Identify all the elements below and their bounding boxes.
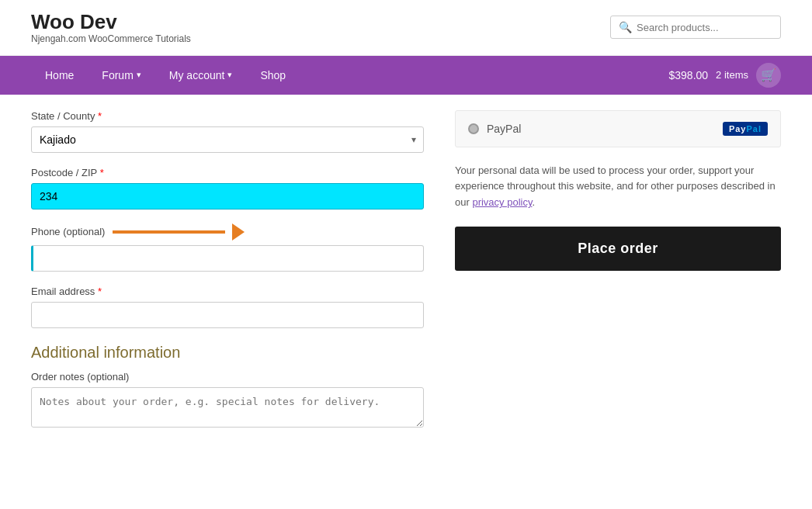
state-select-wrap[interactable]: Kajiado ▾ xyxy=(31,126,424,153)
orange-arrow-indicator xyxy=(113,223,245,241)
main-nav: Home Forum ▾ My account ▾ Shop $398.00 2… xyxy=(0,56,812,95)
paypal-radio[interactable] xyxy=(468,123,479,134)
paypal-label: PayPal xyxy=(487,123,521,135)
privacy-notice: Your personal data will be used to proce… xyxy=(455,163,781,211)
postcode-input[interactable] xyxy=(31,183,424,209)
postcode-label: Postcode / ZIP * xyxy=(31,167,424,178)
search-icon: 🔍 xyxy=(619,21,632,33)
phone-field-group: Phone (optional) xyxy=(31,223,424,272)
search-input[interactable] xyxy=(637,22,772,33)
privacy-policy-link[interactable]: privacy policy xyxy=(472,196,532,208)
additional-info-title: Additional information xyxy=(31,344,424,362)
nav-item-myaccount[interactable]: My account ▾ xyxy=(155,56,247,95)
nav-item-home[interactable]: Home xyxy=(31,56,88,95)
search-box[interactable]: 🔍 xyxy=(610,16,781,39)
main-content: State / County * Kajiado ▾ Postcode / ZI… xyxy=(0,95,812,467)
cart-summary: $398.00 2 items 🛒 xyxy=(668,63,781,88)
required-star: * xyxy=(98,110,102,122)
additional-information-section: Additional information Order notes (opti… xyxy=(31,344,424,430)
paypal-left: PayPal xyxy=(468,123,521,135)
chevron-down-icon: ▾ xyxy=(137,70,141,80)
nav-item-forum[interactable]: Forum ▾ xyxy=(88,56,154,95)
postcode-field-group: Postcode / ZIP * xyxy=(31,167,424,209)
state-select[interactable]: Kajiado xyxy=(31,126,424,153)
paypal-payment-option[interactable]: PayPal PayPal xyxy=(455,110,781,147)
checkout-form: State / County * Kajiado ▾ Postcode / ZI… xyxy=(31,110,424,444)
place-order-button[interactable]: Place order xyxy=(455,227,781,271)
cart-count: 2 items xyxy=(716,69,748,81)
order-notes-field-group: Order notes (optional) xyxy=(31,371,424,430)
cart-amount: $398.00 xyxy=(668,69,708,81)
payment-section: PayPal PayPal Your personal data will be… xyxy=(455,110,781,444)
nav-item-shop[interactable]: Shop xyxy=(246,56,300,95)
chevron-down-icon: ▾ xyxy=(227,70,232,80)
phone-input[interactable] xyxy=(31,245,424,272)
phone-label: Phone (optional) xyxy=(31,226,105,237)
site-subtitle: Njengah.com WooCommerce Tutorials xyxy=(31,33,191,44)
required-star: * xyxy=(100,167,104,178)
email-label: Email address * xyxy=(31,286,424,297)
page-header: Woo Dev Njengah.com WooCommerce Tutorial… xyxy=(0,0,812,56)
cart-icon[interactable]: 🛒 xyxy=(756,63,781,88)
email-input[interactable] xyxy=(31,302,424,328)
email-field-group: Email address * xyxy=(31,286,424,328)
paypal-logo-badge: PayPal xyxy=(723,122,768,136)
state-label: State / County * xyxy=(31,110,424,122)
site-title: Woo Dev xyxy=(31,11,191,33)
state-field-group: State / County * Kajiado ▾ xyxy=(31,110,424,153)
order-notes-input[interactable] xyxy=(31,387,424,428)
order-notes-label: Order notes (optional) xyxy=(31,371,424,383)
phone-label-row: Phone (optional) xyxy=(31,223,424,241)
nav-links: Home Forum ▾ My account ▾ Shop xyxy=(31,56,668,95)
required-star: * xyxy=(98,286,102,297)
site-branding: Woo Dev Njengah.com WooCommerce Tutorial… xyxy=(31,11,191,44)
